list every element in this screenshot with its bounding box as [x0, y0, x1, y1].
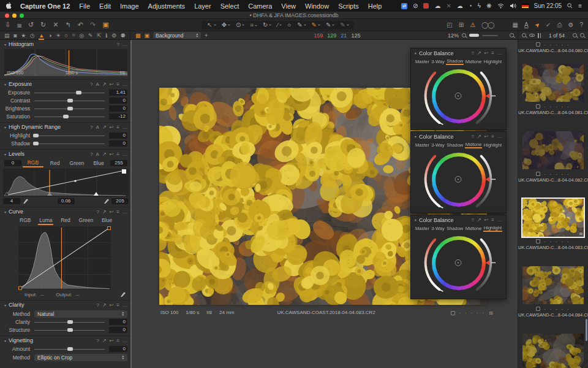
collapse-chevron-icon[interactable]: ▾: [4, 303, 6, 307]
apple-menu-icon[interactable]: [6, 2, 12, 10]
menu-adjustments[interactable]: Adjustments: [148, 2, 186, 10]
capture-icon[interactable]: ◙: [17, 21, 21, 29]
cb-tab-shadow[interactable]: Shadow: [446, 142, 464, 148]
cb-tab-master[interactable]: Master: [415, 59, 430, 64]
copy-adjustments-icon[interactable]: ↗: [477, 217, 481, 223]
thumbnail[interactable]: [522, 64, 584, 102]
levels-gamma-value[interactable]: 0.06: [58, 198, 75, 204]
tab-annotations-icon[interactable]: ✎: [88, 33, 93, 39]
curve-graph[interactable]: [18, 226, 111, 289]
collapse-chevron-icon[interactable]: ▾: [4, 210, 6, 214]
slider-track[interactable]: [34, 328, 105, 332]
presets-icon[interactable]: ≡: [116, 338, 119, 343]
help-icon[interactable]: ?: [579, 21, 583, 28]
more-icon[interactable]: …: [497, 134, 502, 139]
thumbnail[interactable]: [522, 266, 584, 304]
more-icon[interactable]: …: [123, 209, 127, 215]
menu-window[interactable]: Window: [305, 2, 329, 10]
slider-track[interactable]: [34, 320, 105, 324]
select-checkbox[interactable]: [536, 239, 540, 243]
color-wheel[interactable]: [411, 234, 506, 295]
tab-exposure-icon[interactable]: ◑: [48, 33, 51, 39]
erase-mask-tool-icon[interactable]: ✎: [326, 21, 334, 28]
copy-adjustments-icon[interactable]: ↗: [102, 209, 107, 215]
exposure-warning-icon[interactable]: ⚠: [470, 21, 475, 28]
reset-icon[interactable]: ↩: [484, 134, 489, 139]
curve-tab-luma[interactable]: Luma: [38, 217, 53, 225]
filmstrip-scrollbar[interactable]: [586, 319, 587, 341]
menu-edit[interactable]: Edit: [99, 2, 111, 10]
collapse-chevron-icon[interactable]: ▾: [415, 218, 417, 222]
tab-export-icon[interactable]: ⇱: [97, 33, 102, 39]
reset-icon[interactable]: ↩: [110, 151, 114, 157]
slider-track[interactable]: [34, 90, 105, 95]
slider-track[interactable]: [34, 347, 105, 351]
zoom-slider-track[interactable]: [482, 35, 498, 36]
tab-focus-icon[interactable]: ◎: [79, 33, 84, 39]
slider-handle[interactable]: [67, 99, 73, 102]
collapse-chevron-icon[interactable]: ▾: [415, 51, 417, 55]
select-checkbox[interactable]: [451, 311, 455, 315]
add-layer-button[interactable]: +: [205, 33, 208, 39]
browser-zoom-out-icon[interactable]: [522, 33, 526, 37]
copy-adjustments-icon[interactable]: ↗: [102, 82, 107, 87]
thumbnail[interactable]: [522, 131, 584, 169]
more-icon[interactable]: …: [123, 338, 127, 343]
collapse-chevron-icon[interactable]: ▾: [4, 42, 6, 47]
slider-track[interactable]: [34, 98, 105, 103]
presets-icon[interactable]: ≡: [116, 209, 119, 215]
filmstrip-item[interactable]: · · · · · UK.CAWSAND-C...8-04-04.082.CR2: [518, 131, 588, 183]
reset-icon[interactable]: ↩: [110, 338, 114, 343]
annotations-icon[interactable]: A: [524, 21, 529, 28]
proof-margin-icon[interactable]: ◯◯: [481, 21, 494, 28]
draw-mask-tool-icon[interactable]: ✎: [297, 21, 305, 28]
levels-tab-green[interactable]: Green: [67, 159, 88, 167]
rating-dots[interactable]: · · · · ·: [544, 171, 570, 177]
gradient-mask-tool-icon[interactable]: ✎: [340, 21, 348, 28]
zoom-slider[interactable]: [469, 34, 479, 37]
tab-adjustments-icon[interactable]: ▲: [39, 33, 44, 40]
pan-tool-icon[interactable]: ✥: [222, 21, 230, 28]
rotate-tool-icon[interactable]: ↻: [263, 21, 271, 28]
curve-picker-icon[interactable]: [120, 291, 126, 297]
grid-view-icon[interactable]: ⊞: [489, 310, 493, 316]
tab-lens-icon[interactable]: ○: [65, 33, 68, 39]
curve-tab-blue[interactable]: Blue: [100, 217, 113, 225]
grid-overlay-icon[interactable]: ▦: [513, 21, 518, 28]
copy-adjustments-icon[interactable]: ↗: [102, 125, 107, 130]
presets-icon[interactable]: ≡: [491, 50, 494, 56]
rating-dots[interactable]: · · · · ·: [459, 310, 485, 316]
cb-tab-highlight[interactable]: Highlight: [483, 225, 502, 232]
copy-adjustments-icon[interactable]: ↗: [477, 50, 481, 56]
delete-icon[interactable]: ✕: [53, 21, 58, 29]
cloud-sync-icon[interactable]: ☁: [434, 2, 440, 9]
filmstrip-item-partial[interactable]: [518, 334, 588, 368]
collapse-chevron-icon[interactable]: ▾: [4, 125, 6, 129]
curve-tab-rgb[interactable]: RGB: [18, 217, 32, 225]
slider-track[interactable]: [34, 106, 105, 111]
help-icon[interactable]: ?: [96, 338, 99, 343]
cb-tab-midtone[interactable]: Midtone: [465, 59, 483, 64]
cb-tab-midtone[interactable]: Midtone: [465, 226, 483, 231]
layer-square-icon[interactable]: ▣: [145, 33, 150, 39]
slider-track[interactable]: [34, 114, 105, 119]
help-icon[interactable]: ?: [117, 42, 119, 47]
more-icon[interactable]: …: [123, 151, 127, 157]
slider-handle[interactable]: [67, 347, 73, 351]
zoom-level[interactable]: 12%: [448, 33, 459, 39]
cb-tab-shadow[interactable]: Shadow: [446, 58, 464, 65]
reset-icon[interactable]: ↩: [110, 125, 114, 130]
cb-tab-master[interactable]: Master: [415, 226, 430, 231]
slider-handle[interactable]: [76, 91, 81, 94]
auto-adjust-icon[interactable]: A: [96, 82, 99, 87]
cb-tab-master[interactable]: Master: [415, 142, 430, 148]
settings-gear-icon[interactable]: ⚙: [568, 21, 573, 28]
zoom-fit-icon[interactable]: [510, 33, 514, 37]
color-wheel[interactable]: [411, 67, 506, 128]
crop-tool-icon[interactable]: ⌗: [250, 21, 257, 29]
reset-icon[interactable]: ↩: [110, 209, 114, 215]
slider-track[interactable]: [34, 133, 105, 138]
help-icon[interactable]: ?: [471, 217, 473, 223]
help-icon[interactable]: ?: [90, 151, 92, 157]
highlight-picker-icon[interactable]: [104, 198, 109, 204]
